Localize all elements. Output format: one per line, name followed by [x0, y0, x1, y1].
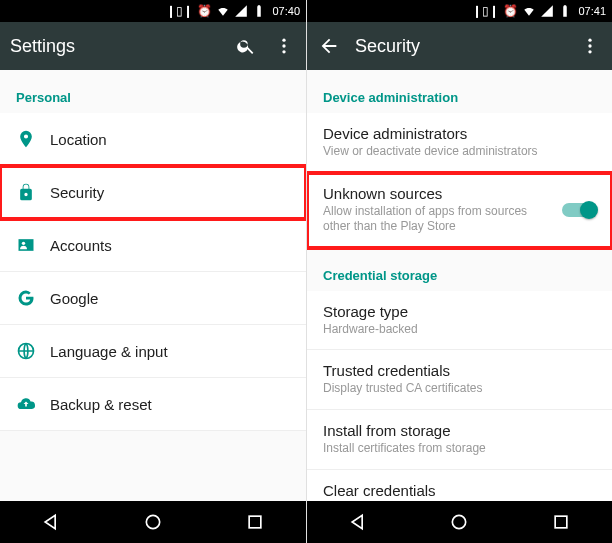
svg-rect-11 — [555, 516, 567, 528]
lock-icon — [16, 182, 50, 202]
svg-point-0 — [282, 39, 285, 42]
row-title: Trusted credentials — [323, 362, 596, 379]
row-clear-credentials[interactable]: Clear credentials — [307, 470, 612, 501]
section-device-admin: Device administration — [307, 70, 612, 113]
battery-icon — [558, 4, 572, 18]
svg-point-7 — [588, 39, 591, 42]
nav-bar — [0, 501, 306, 543]
search-icon[interactable] — [234, 34, 258, 58]
row-google[interactable]: Google — [0, 272, 306, 325]
account-icon — [16, 235, 50, 255]
status-clock: 07:40 — [272, 5, 300, 17]
back-icon[interactable] — [317, 34, 341, 58]
row-label: Google — [50, 290, 290, 307]
nav-recent[interactable] — [531, 501, 591, 543]
svg-point-9 — [588, 50, 591, 53]
svg-point-2 — [282, 50, 285, 53]
settings-screen: ❙▯❙ ⏰ 07:40 Settings Personal Location — [0, 0, 306, 543]
row-title: Storage type — [323, 303, 596, 320]
section-credential-storage: Credential storage — [307, 248, 612, 291]
nav-back[interactable] — [328, 501, 388, 543]
alarm-icon: ⏰ — [197, 4, 212, 18]
svg-point-8 — [588, 44, 591, 47]
nav-back[interactable] — [21, 501, 81, 543]
row-title: Install from storage — [323, 422, 596, 439]
row-device-admins[interactable]: Device administrators View or deactivate… — [307, 113, 612, 173]
row-label: Backup & reset — [50, 396, 290, 413]
signal-icon — [234, 4, 248, 18]
row-accounts[interactable]: Accounts — [0, 219, 306, 272]
row-summary: View or deactivate device administrators — [323, 144, 596, 160]
wifi-icon — [522, 4, 536, 18]
row-title: Device administrators — [323, 125, 596, 142]
settings-list: Personal Location Security Accounts Goog… — [0, 70, 306, 501]
wifi-icon — [216, 4, 230, 18]
nav-recent[interactable] — [225, 501, 285, 543]
unknown-sources-toggle[interactable] — [562, 203, 596, 217]
nav-bar — [307, 501, 612, 543]
overflow-icon[interactable] — [578, 34, 602, 58]
row-summary: Display trusted CA certificates — [323, 381, 596, 397]
nav-home[interactable] — [123, 501, 183, 543]
status-bar: ❙▯❙ ⏰ 07:40 — [0, 0, 306, 22]
security-list: Device administration Device administrat… — [307, 70, 612, 501]
globe-icon — [16, 341, 50, 361]
svg-point-5 — [146, 515, 159, 528]
svg-point-3 — [22, 242, 25, 245]
svg-point-1 — [282, 44, 285, 47]
pin-icon — [16, 129, 50, 149]
row-title: Unknown sources — [323, 185, 552, 202]
row-label: Security — [50, 184, 290, 201]
signal-icon — [540, 4, 554, 18]
section-personal: Personal — [0, 70, 306, 113]
row-summary: Allow installation of apps from sources … — [323, 204, 552, 235]
row-label: Accounts — [50, 237, 290, 254]
row-location[interactable]: Location — [0, 113, 306, 166]
cloud-up-icon — [16, 394, 50, 414]
alarm-icon: ⏰ — [503, 4, 518, 18]
vibrate-icon: ❙▯❙ — [166, 4, 193, 18]
appbar: Security — [307, 22, 612, 70]
row-security[interactable]: Security — [0, 166, 306, 219]
row-language[interactable]: Language & input — [0, 325, 306, 378]
row-summary: Hardware-backed — [323, 322, 596, 338]
row-backup[interactable]: Backup & reset — [0, 378, 306, 431]
svg-rect-6 — [249, 516, 261, 528]
appbar-title: Security — [355, 36, 564, 57]
battery-icon — [252, 4, 266, 18]
appbar-title: Settings — [10, 36, 220, 57]
row-label: Language & input — [50, 343, 290, 360]
nav-home[interactable] — [429, 501, 489, 543]
row-trusted-credentials[interactable]: Trusted credentials Display trusted CA c… — [307, 350, 612, 410]
status-bar: ❙▯❙ ⏰ 07:41 — [307, 0, 612, 22]
google-icon — [16, 288, 50, 308]
security-screen: ❙▯❙ ⏰ 07:41 Security Device administrati… — [306, 0, 612, 543]
vibrate-icon: ❙▯❙ — [472, 4, 499, 18]
row-install-from-storage[interactable]: Install from storage Install certificate… — [307, 410, 612, 470]
row-label: Location — [50, 131, 290, 148]
row-storage-type[interactable]: Storage type Hardware-backed — [307, 291, 612, 351]
svg-point-10 — [453, 515, 466, 528]
status-clock: 07:41 — [578, 5, 606, 17]
row-title: Clear credentials — [323, 482, 596, 499]
row-unknown-sources[interactable]: Unknown sources Allow installation of ap… — [307, 173, 612, 248]
overflow-icon[interactable] — [272, 34, 296, 58]
row-summary: Install certificates from storage — [323, 441, 596, 457]
appbar: Settings — [0, 22, 306, 70]
